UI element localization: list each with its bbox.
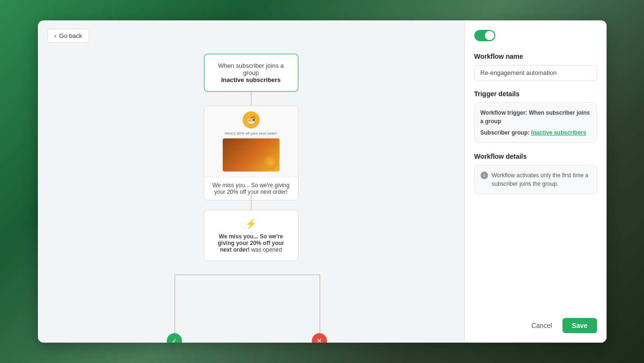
condition-icon: ⚡ bbox=[212, 218, 290, 229]
cancel-button[interactable]: Cancel bbox=[526, 318, 558, 333]
x-icon: ✕ bbox=[317, 337, 322, 343]
trigger-detail-row-2: Subscriber group: Inactive subscribers bbox=[481, 128, 591, 137]
bottom-actions: Cancel Save bbox=[526, 318, 597, 333]
save-button[interactable]: Save bbox=[562, 318, 597, 333]
toggle-container bbox=[474, 30, 597, 41]
workflow-details-box: i Workflow activates only the first time… bbox=[474, 165, 597, 194]
condition-text: We miss you... So we're giving your 20% … bbox=[212, 233, 290, 253]
workflow-toggle[interactable] bbox=[474, 30, 495, 41]
branch-line-right bbox=[319, 274, 320, 336]
email-node-1[interactable]: 🍜 Here's 20% off your next order! We mis… bbox=[204, 106, 299, 200]
right-panel: Workflow name Trigger details Workflow t… bbox=[464, 20, 607, 343]
chevron-left-icon: ‹ bbox=[54, 32, 56, 39]
workflow-canvas: When subscriber joins a group Inactive s… bbox=[38, 49, 464, 343]
branch-no-button[interactable]: ✕ bbox=[312, 333, 327, 343]
subscriber-group-label: Subscriber group: bbox=[481, 129, 530, 136]
workflow-trigger-label: Workflow trigger: bbox=[481, 109, 527, 116]
subscriber-group-link[interactable]: Inactive subscribers bbox=[531, 129, 586, 136]
go-back-button[interactable]: ‹ Go back bbox=[47, 29, 90, 43]
trigger-details-title: Trigger details bbox=[474, 90, 597, 98]
trigger-node[interactable]: When subscriber joins a group Inactive s… bbox=[204, 54, 299, 92]
canvas-area: ‹ Go back When subscriber joins a group … bbox=[38, 20, 464, 343]
workflow-name-input[interactable] bbox=[474, 65, 597, 81]
email-image-1 bbox=[223, 138, 280, 172]
food-decoration bbox=[263, 155, 278, 170]
branch-line-left bbox=[174, 274, 175, 336]
workflow-details-title: Workflow details bbox=[474, 153, 597, 160]
main-container: ‹ Go back When subscriber joins a group … bbox=[38, 20, 607, 343]
email-logo-1: 🍜 bbox=[243, 111, 260, 128]
email-header-1: Here's 20% off your next order! bbox=[225, 131, 277, 136]
trigger-details-box: Workflow trigger: When subscriber joins … bbox=[474, 102, 597, 143]
go-back-label: Go back bbox=[59, 32, 82, 39]
connector-line-2 bbox=[251, 191, 252, 210]
toggle-knob bbox=[485, 31, 494, 40]
info-icon: i bbox=[481, 172, 488, 179]
condition-node[interactable]: ⚡ We miss you... So we're giving your 20… bbox=[204, 210, 299, 261]
branch-horizontal-line bbox=[174, 274, 319, 275]
workflow-name-title: Workflow name bbox=[474, 53, 597, 60]
trigger-text: When subscriber joins a group Inactive s… bbox=[218, 62, 284, 83]
trigger-group-name: Inactive subscribers bbox=[221, 76, 281, 83]
email-preview-1: 🍜 Here's 20% off your next order! bbox=[204, 106, 298, 177]
branch-yes-button[interactable]: ✓ bbox=[167, 333, 182, 343]
workflow-details-text: Workflow activates only the first time a… bbox=[492, 171, 591, 188]
trigger-detail-row-1: Workflow trigger: When subscriber joins … bbox=[481, 109, 591, 126]
checkmark-icon: ✓ bbox=[172, 337, 177, 343]
